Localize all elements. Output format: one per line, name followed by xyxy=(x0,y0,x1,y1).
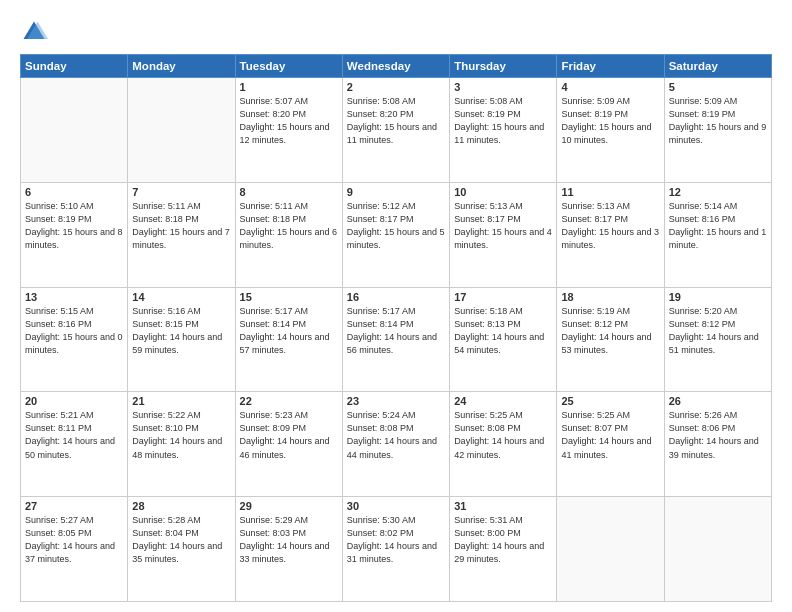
day-number: 5 xyxy=(669,81,767,93)
day-number: 27 xyxy=(25,500,123,512)
day-number: 21 xyxy=(132,395,230,407)
week-row-1: 1Sunrise: 5:07 AM Sunset: 8:20 PM Daylig… xyxy=(21,78,772,183)
day-cell: 18Sunrise: 5:19 AM Sunset: 8:12 PM Dayli… xyxy=(557,287,664,392)
week-row-3: 13Sunrise: 5:15 AM Sunset: 8:16 PM Dayli… xyxy=(21,287,772,392)
day-cell: 27Sunrise: 5:27 AM Sunset: 8:05 PM Dayli… xyxy=(21,497,128,602)
day-number: 11 xyxy=(561,186,659,198)
day-info: Sunrise: 5:10 AM Sunset: 8:19 PM Dayligh… xyxy=(25,200,123,252)
day-number: 20 xyxy=(25,395,123,407)
week-row-2: 6Sunrise: 5:10 AM Sunset: 8:19 PM Daylig… xyxy=(21,182,772,287)
day-info: Sunrise: 5:25 AM Sunset: 8:07 PM Dayligh… xyxy=(561,409,659,461)
day-cell: 7Sunrise: 5:11 AM Sunset: 8:18 PM Daylig… xyxy=(128,182,235,287)
day-cell: 22Sunrise: 5:23 AM Sunset: 8:09 PM Dayli… xyxy=(235,392,342,497)
day-number: 17 xyxy=(454,291,552,303)
day-cell: 4Sunrise: 5:09 AM Sunset: 8:19 PM Daylig… xyxy=(557,78,664,183)
weekday-friday: Friday xyxy=(557,55,664,78)
weekday-monday: Monday xyxy=(128,55,235,78)
day-info: Sunrise: 5:17 AM Sunset: 8:14 PM Dayligh… xyxy=(240,305,338,357)
weekday-sunday: Sunday xyxy=(21,55,128,78)
day-info: Sunrise: 5:23 AM Sunset: 8:09 PM Dayligh… xyxy=(240,409,338,461)
day-cell xyxy=(128,78,235,183)
logo-icon xyxy=(20,18,48,46)
day-number: 1 xyxy=(240,81,338,93)
day-number: 23 xyxy=(347,395,445,407)
day-number: 2 xyxy=(347,81,445,93)
day-cell: 28Sunrise: 5:28 AM Sunset: 8:04 PM Dayli… xyxy=(128,497,235,602)
header xyxy=(20,18,772,46)
day-info: Sunrise: 5:13 AM Sunset: 8:17 PM Dayligh… xyxy=(561,200,659,252)
day-info: Sunrise: 5:24 AM Sunset: 8:08 PM Dayligh… xyxy=(347,409,445,461)
day-cell: 9Sunrise: 5:12 AM Sunset: 8:17 PM Daylig… xyxy=(342,182,449,287)
day-info: Sunrise: 5:11 AM Sunset: 8:18 PM Dayligh… xyxy=(240,200,338,252)
day-number: 24 xyxy=(454,395,552,407)
day-cell: 15Sunrise: 5:17 AM Sunset: 8:14 PM Dayli… xyxy=(235,287,342,392)
day-cell: 25Sunrise: 5:25 AM Sunset: 8:07 PM Dayli… xyxy=(557,392,664,497)
day-number: 14 xyxy=(132,291,230,303)
day-cell: 26Sunrise: 5:26 AM Sunset: 8:06 PM Dayli… xyxy=(664,392,771,497)
day-cell: 1Sunrise: 5:07 AM Sunset: 8:20 PM Daylig… xyxy=(235,78,342,183)
day-info: Sunrise: 5:19 AM Sunset: 8:12 PM Dayligh… xyxy=(561,305,659,357)
day-info: Sunrise: 5:28 AM Sunset: 8:04 PM Dayligh… xyxy=(132,514,230,566)
day-cell: 12Sunrise: 5:14 AM Sunset: 8:16 PM Dayli… xyxy=(664,182,771,287)
day-number: 13 xyxy=(25,291,123,303)
day-cell: 21Sunrise: 5:22 AM Sunset: 8:10 PM Dayli… xyxy=(128,392,235,497)
day-info: Sunrise: 5:07 AM Sunset: 8:20 PM Dayligh… xyxy=(240,95,338,147)
day-info: Sunrise: 5:30 AM Sunset: 8:02 PM Dayligh… xyxy=(347,514,445,566)
logo xyxy=(20,18,52,46)
day-cell: 11Sunrise: 5:13 AM Sunset: 8:17 PM Dayli… xyxy=(557,182,664,287)
day-cell: 2Sunrise: 5:08 AM Sunset: 8:20 PM Daylig… xyxy=(342,78,449,183)
day-number: 9 xyxy=(347,186,445,198)
day-info: Sunrise: 5:17 AM Sunset: 8:14 PM Dayligh… xyxy=(347,305,445,357)
day-cell: 19Sunrise: 5:20 AM Sunset: 8:12 PM Dayli… xyxy=(664,287,771,392)
day-info: Sunrise: 5:09 AM Sunset: 8:19 PM Dayligh… xyxy=(561,95,659,147)
day-number: 8 xyxy=(240,186,338,198)
day-info: Sunrise: 5:21 AM Sunset: 8:11 PM Dayligh… xyxy=(25,409,123,461)
page: SundayMondayTuesdayWednesdayThursdayFrid… xyxy=(0,0,792,612)
day-cell: 20Sunrise: 5:21 AM Sunset: 8:11 PM Dayli… xyxy=(21,392,128,497)
day-cell: 24Sunrise: 5:25 AM Sunset: 8:08 PM Dayli… xyxy=(450,392,557,497)
calendar-table: SundayMondayTuesdayWednesdayThursdayFrid… xyxy=(20,54,772,602)
day-cell: 29Sunrise: 5:29 AM Sunset: 8:03 PM Dayli… xyxy=(235,497,342,602)
day-info: Sunrise: 5:12 AM Sunset: 8:17 PM Dayligh… xyxy=(347,200,445,252)
weekday-thursday: Thursday xyxy=(450,55,557,78)
day-number: 18 xyxy=(561,291,659,303)
day-number: 12 xyxy=(669,186,767,198)
day-info: Sunrise: 5:11 AM Sunset: 8:18 PM Dayligh… xyxy=(132,200,230,252)
weekday-saturday: Saturday xyxy=(664,55,771,78)
day-cell: 5Sunrise: 5:09 AM Sunset: 8:19 PM Daylig… xyxy=(664,78,771,183)
weekday-tuesday: Tuesday xyxy=(235,55,342,78)
day-cell: 3Sunrise: 5:08 AM Sunset: 8:19 PM Daylig… xyxy=(450,78,557,183)
day-info: Sunrise: 5:31 AM Sunset: 8:00 PM Dayligh… xyxy=(454,514,552,566)
day-cell: 17Sunrise: 5:18 AM Sunset: 8:13 PM Dayli… xyxy=(450,287,557,392)
day-number: 22 xyxy=(240,395,338,407)
day-cell: 31Sunrise: 5:31 AM Sunset: 8:00 PM Dayli… xyxy=(450,497,557,602)
day-info: Sunrise: 5:14 AM Sunset: 8:16 PM Dayligh… xyxy=(669,200,767,252)
day-number: 15 xyxy=(240,291,338,303)
day-info: Sunrise: 5:08 AM Sunset: 8:19 PM Dayligh… xyxy=(454,95,552,147)
day-number: 16 xyxy=(347,291,445,303)
day-info: Sunrise: 5:25 AM Sunset: 8:08 PM Dayligh… xyxy=(454,409,552,461)
day-number: 6 xyxy=(25,186,123,198)
day-info: Sunrise: 5:08 AM Sunset: 8:20 PM Dayligh… xyxy=(347,95,445,147)
day-number: 7 xyxy=(132,186,230,198)
day-info: Sunrise: 5:09 AM Sunset: 8:19 PM Dayligh… xyxy=(669,95,767,147)
day-cell: 8Sunrise: 5:11 AM Sunset: 8:18 PM Daylig… xyxy=(235,182,342,287)
day-cell: 6Sunrise: 5:10 AM Sunset: 8:19 PM Daylig… xyxy=(21,182,128,287)
week-row-5: 27Sunrise: 5:27 AM Sunset: 8:05 PM Dayli… xyxy=(21,497,772,602)
day-cell: 16Sunrise: 5:17 AM Sunset: 8:14 PM Dayli… xyxy=(342,287,449,392)
day-number: 19 xyxy=(669,291,767,303)
day-cell xyxy=(664,497,771,602)
day-info: Sunrise: 5:15 AM Sunset: 8:16 PM Dayligh… xyxy=(25,305,123,357)
day-number: 26 xyxy=(669,395,767,407)
day-info: Sunrise: 5:18 AM Sunset: 8:13 PM Dayligh… xyxy=(454,305,552,357)
day-info: Sunrise: 5:13 AM Sunset: 8:17 PM Dayligh… xyxy=(454,200,552,252)
day-cell xyxy=(557,497,664,602)
day-info: Sunrise: 5:27 AM Sunset: 8:05 PM Dayligh… xyxy=(25,514,123,566)
day-cell: 14Sunrise: 5:16 AM Sunset: 8:15 PM Dayli… xyxy=(128,287,235,392)
day-info: Sunrise: 5:16 AM Sunset: 8:15 PM Dayligh… xyxy=(132,305,230,357)
day-number: 10 xyxy=(454,186,552,198)
day-info: Sunrise: 5:26 AM Sunset: 8:06 PM Dayligh… xyxy=(669,409,767,461)
weekday-wednesday: Wednesday xyxy=(342,55,449,78)
day-number: 29 xyxy=(240,500,338,512)
day-info: Sunrise: 5:20 AM Sunset: 8:12 PM Dayligh… xyxy=(669,305,767,357)
